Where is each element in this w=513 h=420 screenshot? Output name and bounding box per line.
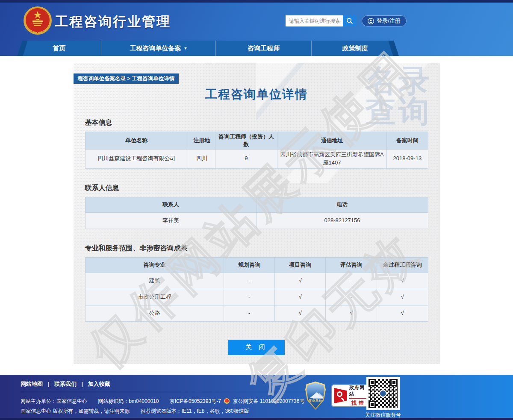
wechat-qr-code xyxy=(366,377,400,410)
nav-item-label: 咨询工程师 xyxy=(248,44,280,53)
qr-finder-icon xyxy=(369,379,376,386)
nav-item-consulting-engineer[interactable]: 咨询工程师 xyxy=(215,41,311,56)
footer: 网站地图 | 联系我们 | 加入收藏 网站主办单位：国家信息中心 网站标识码：b… xyxy=(0,375,513,418)
column-header: 咨询工程师（投资）人数 xyxy=(215,132,277,150)
national-emblem-logo xyxy=(23,6,52,35)
phone-cell: 028-82127156 xyxy=(256,212,428,229)
close-button[interactable]: 关 闭 xyxy=(228,340,285,355)
section-title-services: 专业和服务范围、非涉密咨询成果 xyxy=(85,244,428,253)
column-header: 电话 xyxy=(256,197,428,212)
search-box xyxy=(286,15,356,26)
user-icon xyxy=(368,18,374,24)
gov-site-error-badge[interactable]: 政府网站 找错 xyxy=(332,385,369,406)
column-header: 咨询专业 xyxy=(85,257,224,273)
table-row: 公路 - √ √ √ xyxy=(85,305,428,321)
table-row: 建筑 - √ - √ xyxy=(85,273,428,289)
qr-finder-icon xyxy=(369,401,376,408)
nav-item-label: 政策制度 xyxy=(342,44,368,53)
table-header-row: 咨询专业 规划咨询 项目咨询 评估咨询 全过程工程咨询 xyxy=(85,257,428,273)
main-panel: 程咨询单位备案名录 > 工程咨询单位详情 名录 查询 工程咨询单位详情 基本信息… xyxy=(74,63,440,364)
flag-cell: √ xyxy=(377,273,428,289)
column-header: 规划咨询 xyxy=(224,257,275,273)
error-badge-action: 找错 xyxy=(351,399,366,407)
site-title: 工程咨询行业管理 xyxy=(55,13,171,31)
address-cell: 四川省成都市高新区天府三街新希望国际A座1407 xyxy=(277,150,387,169)
column-header: 通信地址 xyxy=(277,132,387,150)
table-row: 四川鑫森建设工程咨询有限公司 四川 9 四川省成都市高新区天府三街新希望国际A座… xyxy=(85,150,428,169)
services-table: 咨询专业 规划咨询 项目咨询 评估咨询 全过程工程咨询 建筑 - √ - √ 市… xyxy=(85,257,428,322)
main-nav: 首页 工程咨询单位备案 ▼ 咨询工程师 政策制度 xyxy=(17,41,399,56)
specialty-cell: 公路 xyxy=(85,305,224,321)
column-header: 注册地 xyxy=(188,132,215,150)
psb-number: 京公网安备 11010202007736号 xyxy=(233,398,305,404)
basic-info-table: 单位名称 注册地 咨询工程师（投资）人数 通信地址 备案时间 四川鑫森建设工程咨… xyxy=(85,132,428,169)
engineer-count-cell: 9 xyxy=(215,150,277,169)
flag-cell: - xyxy=(326,289,377,305)
column-header: 联系人 xyxy=(85,197,256,212)
search-input[interactable] xyxy=(286,15,343,26)
link-separator: | xyxy=(82,381,83,387)
flag-cell: - xyxy=(326,273,377,289)
login-register-label: 登录/注册 xyxy=(377,17,401,25)
section-title-basic-info: 基本信息 xyxy=(85,118,428,127)
qr-center-logo-icon xyxy=(379,390,387,397)
table-row: 李祥美 028-82127156 xyxy=(85,212,428,229)
column-header: 备案时间 xyxy=(387,132,428,150)
header: 工程咨询行业管理 登录/注册 首页 工程咨询单位备案 ▼ xyxy=(0,3,513,56)
specialty-cell: 市政公用工程 xyxy=(85,289,224,305)
flag-cell: √ xyxy=(326,305,377,321)
nav-item-label: 首页 xyxy=(53,44,65,53)
search-icon xyxy=(346,18,353,24)
qr-finder-icon xyxy=(390,379,398,386)
shield-badge-label: 事业单位 xyxy=(307,399,324,403)
flag-cell: √ xyxy=(377,289,428,305)
footer-link-sitemap[interactable]: 网站地图 xyxy=(21,381,43,387)
nav-item-unit-registry[interactable]: 工程咨询单位备案 ▼ xyxy=(101,41,215,56)
magnifier-flag-icon xyxy=(334,388,347,403)
table-header-row: 联系人 电话 xyxy=(85,197,428,212)
search-button[interactable] xyxy=(343,15,356,26)
shield-icon: 事业单位 xyxy=(307,383,324,408)
contact-name-cell: 李祥美 xyxy=(85,212,256,229)
browser-recommendation: 推荐浏览器版本：IE11，IE8，谷歌，360极速版 xyxy=(141,408,249,414)
flag-cell: √ xyxy=(275,305,326,321)
flag-cell: √ xyxy=(275,289,326,305)
column-header: 全过程工程咨询 xyxy=(377,257,428,273)
section-title-contact-info: 联系人信息 xyxy=(85,184,428,193)
column-header: 评估咨询 xyxy=(326,257,377,273)
host-org: 网站主办单位：国家信息中心 xyxy=(21,398,87,404)
footer-gap xyxy=(0,364,513,375)
unit-name-cell: 四川鑫森建设工程咨询有限公司 xyxy=(85,150,188,169)
contact-info-table: 联系人 电话 李祥美 028-82127156 xyxy=(85,197,428,229)
qr-caption: 关注微信服务号 xyxy=(364,411,402,419)
record-date-cell: 2018-09-13 xyxy=(387,150,428,169)
public-institution-badge[interactable]: 事业单位 xyxy=(305,382,326,410)
copyright: 国家信息中心 版权所有，如需转载，请注明来源 xyxy=(21,408,130,414)
registered-place-cell: 四川 xyxy=(188,150,215,169)
flag-cell: √ xyxy=(377,305,428,321)
nav-item-policy[interactable]: 政策制度 xyxy=(311,41,399,56)
footer-link-favorite[interactable]: 加入收藏 xyxy=(88,381,110,387)
flag-cell: - xyxy=(224,305,275,321)
table-header-row: 单位名称 注册地 咨询工程师（投资）人数 通信地址 备案时间 xyxy=(85,132,428,150)
bottom-border xyxy=(0,418,513,420)
footer-link-contact[interactable]: 联系我们 xyxy=(54,381,77,387)
link-separator: | xyxy=(48,381,50,387)
flag-cell: √ xyxy=(275,273,326,289)
chevron-down-icon: ▼ xyxy=(183,46,187,50)
table-row: 市政公用工程 - √ - √ xyxy=(85,289,428,305)
flag-cell: - xyxy=(224,289,275,305)
site-code: 网站标识码：bm04000010 xyxy=(98,398,159,404)
column-header: 项目咨询 xyxy=(275,257,326,273)
login-register-button[interactable]: 登录/注册 xyxy=(362,15,407,26)
flag-cell: - xyxy=(224,273,275,289)
police-badge-icon xyxy=(224,398,230,404)
specialty-cell: 建筑 xyxy=(85,273,224,289)
nav-item-home[interactable]: 首页 xyxy=(17,41,101,56)
icp-number: 京ICP备05052393号-7 xyxy=(170,398,221,404)
breadcrumb[interactable]: 程咨询单位备案名录 > 工程咨询单位详情 xyxy=(74,73,179,84)
column-header: 单位名称 xyxy=(85,132,188,150)
nav-item-label: 工程咨询单位备案 xyxy=(130,44,181,53)
